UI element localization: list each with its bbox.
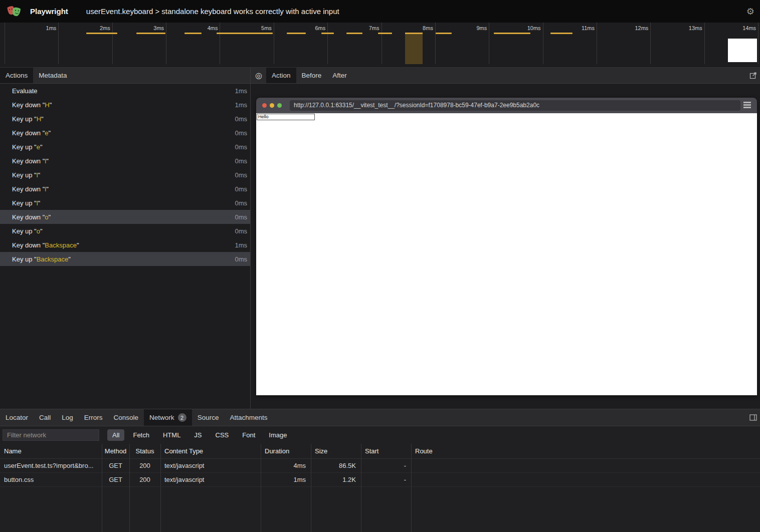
timeline-tick-label: 2ms [100, 25, 110, 31]
timeline-action-bar[interactable] [287, 33, 306, 34]
action-row[interactable]: Key up "l"0ms [0, 168, 250, 182]
action-duration: 0ms [235, 157, 247, 165]
timeline-action-bar[interactable] [321, 33, 334, 34]
network-cell: 1ms [261, 476, 311, 483]
action-key: o [45, 213, 48, 221]
network-row[interactable]: button.cssGET200text/javascript1ms1.2K- [0, 473, 760, 487]
timeline-gridline [166, 23, 166, 64]
pick-locator-target-icon[interactable]: ◎ [251, 68, 266, 83]
timeline[interactable]: 1ms2ms3ms4ms5ms6ms7ms8ms9ms10ms11ms12ms1… [0, 23, 760, 68]
timeline-action-bar[interactable] [346, 33, 362, 34]
tab-actions[interactable]: Actions [0, 68, 33, 83]
panel-layout-toggle-icon[interactable] [749, 414, 757, 423]
action-row[interactable]: Key up "Backspace"0ms [0, 252, 250, 266]
timeline-gridline [489, 23, 489, 64]
action-quote: " [40, 227, 43, 235]
action-key: e [45, 129, 48, 137]
settings-gear-icon[interactable]: ⚙ [746, 0, 754, 23]
timeline-screenshot-thumbnail[interactable] [728, 39, 757, 62]
tab-errors[interactable]: Errors [79, 409, 108, 426]
tab-source[interactable]: Source [192, 409, 225, 426]
chip-all[interactable]: All [107, 429, 124, 441]
timeline-action-bar[interactable] [184, 33, 202, 34]
timeline-tick-label: 7ms [369, 25, 379, 31]
chip-image[interactable]: Image [264, 429, 292, 441]
timeline-action-bar[interactable] [217, 33, 273, 34]
timeline-selected-range[interactable] [405, 33, 423, 64]
network-column-separator [102, 444, 102, 532]
network-column-header[interactable]: Content Type [160, 447, 261, 455]
timeline-action-bar[interactable] [550, 33, 573, 34]
network-column-header[interactable]: Duration [261, 447, 311, 455]
action-quote: " [40, 143, 43, 151]
snapshot-browser-window[interactable]: http://127.0.0.1:63315/__vitest_test__/?… [256, 98, 757, 395]
action-duration: 0ms [235, 185, 247, 193]
action-duration: 1ms [235, 101, 247, 109]
action-label: Key up " [12, 255, 37, 263]
network-cell: userEvent.test.ts?import&bro... [0, 462, 102, 469]
tab-console[interactable]: Console [108, 409, 144, 426]
tab-network-label: Network [149, 414, 174, 421]
action-duration: 0ms [235, 227, 247, 235]
action-label: Key up " [12, 115, 37, 123]
action-row[interactable]: Key up "e"0ms [0, 140, 250, 154]
action-quote: " [50, 101, 52, 109]
action-row[interactable]: Key up "l"0ms [0, 196, 250, 210]
action-key: o [37, 227, 40, 235]
timeline-action-bar[interactable] [436, 33, 452, 34]
timeline-gridline [112, 23, 113, 64]
snapshot-text-input[interactable]: Hello [257, 114, 315, 120]
network-column-header[interactable]: Method [102, 447, 129, 455]
tab-before[interactable]: Before [296, 68, 327, 83]
timeline-tick-label: 13ms [689, 25, 702, 31]
open-external-icon[interactable] [749, 72, 757, 81]
timeline-action-bar[interactable] [378, 33, 392, 34]
tab-metadata[interactable]: Metadata [33, 68, 72, 83]
network-header-row: NameMethodStatusContent TypeDurationSize… [0, 444, 760, 459]
chip-js[interactable]: JS [189, 429, 207, 441]
timeline-action-bar[interactable] [494, 33, 530, 34]
tab-network[interactable]: Network 2 [144, 409, 192, 426]
action-row[interactable]: Key up "H"0ms [0, 112, 250, 126]
tab-call[interactable]: Call [34, 409, 56, 426]
network-column-header[interactable]: Size [311, 447, 361, 455]
network-cell: - [361, 476, 411, 483]
network-filter-input[interactable] [3, 429, 99, 441]
network-column-header[interactable]: Status [129, 447, 160, 455]
app-title: Playwright [30, 7, 68, 16]
tab-action[interactable]: Action [266, 68, 296, 83]
tab-log[interactable]: Log [56, 409, 79, 426]
action-row[interactable]: Key up "o"0ms [0, 224, 250, 238]
actions-tabbar: Actions Metadata [0, 68, 250, 84]
timeline-gridline [5, 23, 5, 64]
timeline-action-bar[interactable] [86, 33, 117, 34]
hamburger-menu-icon [743, 102, 751, 108]
action-row[interactable]: Key down "l"0ms [0, 154, 250, 168]
network-column-header[interactable]: Route [411, 447, 759, 455]
action-row[interactable]: Key down "o"0ms [0, 210, 250, 224]
chip-font[interactable]: Font [237, 429, 260, 441]
timeline-gridline [597, 23, 597, 64]
action-row[interactable]: Evaluate1ms [0, 84, 250, 98]
network-table: NameMethodStatusContent TypeDurationSize… [0, 444, 760, 532]
action-row[interactable]: Key down "H"1ms [0, 98, 250, 112]
action-row[interactable]: Key down "e"0ms [0, 126, 250, 140]
chip-css[interactable]: CSS [211, 429, 234, 441]
action-row[interactable]: Key down "l"0ms [0, 182, 250, 196]
network-column-header[interactable]: Start [361, 447, 411, 455]
chip-html[interactable]: HTML [158, 429, 185, 441]
timeline-gridline [435, 23, 436, 64]
tab-attachments[interactable]: Attachments [224, 409, 273, 426]
tab-locator[interactable]: Locator [0, 409, 34, 426]
network-column-separator [311, 444, 311, 532]
tab-after[interactable]: After [327, 68, 352, 83]
network-row[interactable]: userEvent.test.ts?import&bro...GET200tex… [0, 459, 760, 473]
timeline-action-bar[interactable] [136, 33, 165, 34]
network-column-header[interactable]: Name [0, 447, 102, 455]
header-bar: Playwright userEvent.keyboard > standalo… [0, 0, 760, 23]
chip-fetch[interactable]: Fetch [128, 429, 154, 441]
action-duration: 0ms [235, 213, 247, 221]
action-row[interactable]: Key down "Backspace"1ms [0, 238, 250, 252]
network-cell: 200 [129, 462, 160, 469]
snapshot-page[interactable]: Hello [256, 113, 757, 395]
